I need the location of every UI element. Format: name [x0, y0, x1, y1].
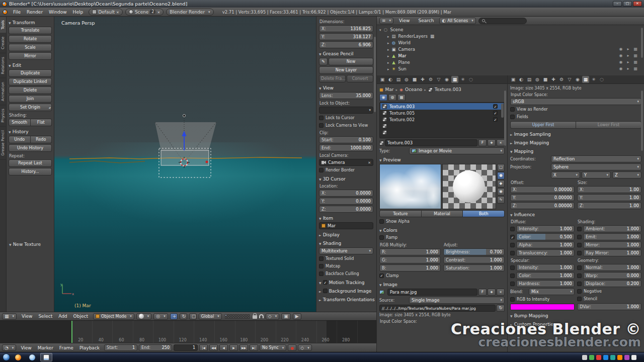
projection-dropdown[interactable]: Sphere [551, 163, 641, 170]
editor-type-selector[interactable]: ▦ [2, 313, 17, 320]
taskbar-firefox[interactable] [12, 353, 24, 361]
mode-dropdown[interactable]: Object Mode [93, 313, 134, 320]
use-texture-checkbox[interactable] [493, 111, 498, 115]
lock-camera-checkbox[interactable]: Lock Camera to View [319, 122, 373, 129]
expand-icon[interactable] [387, 47, 389, 52]
tab-tools[interactable]: Tools [0, 17, 6, 33]
scrollbar[interactable] [504, 90, 506, 146]
gp-new-layer-button[interactable]: New Layer [319, 66, 373, 74]
scene-tab-icon[interactable]: ◐ [387, 76, 394, 83]
texture-slot-empty[interactable] [380, 123, 504, 129]
material-texture-context-button[interactable]: ◉ [379, 94, 387, 101]
sync-dropdown[interactable]: No Sync [260, 344, 286, 351]
translate-button[interactable]: Translate [9, 27, 52, 34]
preview-panel-header[interactable]: Preview [379, 156, 505, 163]
motion-tracking-panel-header[interactable]: Motion Tracking [319, 279, 373, 286]
scene-tab-icon[interactable]: ◐ [518, 76, 525, 83]
taskbar-app[interactable] [26, 353, 38, 361]
opengl-render-button[interactable]: ▣ [281, 313, 291, 320]
show-alpha-checkbox[interactable]: Show Alpha [379, 218, 505, 225]
expand-icon[interactable] [387, 66, 389, 71]
tray-icon[interactable] [589, 355, 594, 360]
tray-icon[interactable] [617, 355, 622, 360]
world-texture-context-button[interactable]: ◍ [388, 94, 396, 101]
repeat-history-button[interactable]: History... [9, 168, 52, 175]
mapping-panel-header[interactable]: Mapping [510, 148, 641, 154]
influence-checkbox[interactable] [510, 243, 515, 247]
material-tab-icon[interactable]: ◉ [443, 76, 450, 83]
dimension-field[interactable]: Z: 6.906 [319, 41, 373, 48]
taskbar-active-app[interactable] [40, 353, 52, 361]
preview-flat-button[interactable]: ▢ [497, 164, 505, 171]
texture-tab-icon[interactable]: ▦ [582, 76, 589, 83]
cursor-coord-field[interactable]: X: 0.0000 [319, 190, 373, 197]
object-tab-icon[interactable]: ■ [411, 76, 418, 83]
upper-first-button[interactable]: Upper First [510, 121, 576, 129]
influence-slider[interactable]: Emit: 1.000 [583, 233, 641, 240]
expand-icon[interactable] [387, 40, 389, 45]
scale-button[interactable]: Scale [9, 44, 52, 51]
textured-solid-checkbox[interactable]: Textured Solid [319, 255, 373, 262]
eye-icon[interactable]: ◉ [619, 53, 622, 58]
preview-sphere-button[interactable]: ● [497, 172, 505, 179]
lock-icon[interactable] [253, 315, 257, 319]
smooth-button[interactable]: Smooth [9, 119, 31, 126]
offset-field[interactable]: Y: 0.00000 [510, 194, 575, 201]
preview-hair-button[interactable]: ∿ [497, 196, 505, 204]
texture-color-swatch[interactable] [510, 304, 575, 310]
negative-checkbox[interactable]: Negative [577, 288, 641, 295]
tab-relations[interactable]: Relations [0, 53, 6, 78]
texture-slot[interactable]: Texture.003 [380, 103, 504, 110]
data-tab-icon[interactable]: ▽ [566, 76, 573, 83]
adjust-slider[interactable]: Brightness: 0.700 [443, 248, 505, 255]
unlink-icon[interactable] [116, 10, 119, 15]
menu-item[interactable]: View [19, 314, 35, 319]
use-texture-checkbox[interactable] [493, 117, 498, 122]
unlink-texture-button[interactable] [497, 139, 505, 146]
eye-icon[interactable]: ◉ [619, 47, 622, 51]
physics-tab-icon[interactable]: ◌ [467, 76, 474, 83]
unlink-icon[interactable] [366, 160, 371, 165]
tab-animation[interactable]: Animation [0, 78, 6, 105]
expand-icon[interactable] [387, 60, 389, 65]
custom-properties-panel-header[interactable]: Custom Properties [510, 321, 641, 327]
manipulator-translate-button[interactable]: + [170, 313, 178, 320]
shading-panel-header[interactable]: Shading [319, 240, 373, 246]
influence-checkbox[interactable] [510, 251, 515, 255]
outliner-row-plane[interactable]: ▲ Plane ◉ ▸ ▦ [379, 59, 641, 65]
transform-orientations-panel-header[interactable]: Transform Orientations [319, 296, 373, 303]
current-frame-field[interactable]: 1 [174, 344, 198, 351]
cursor-coord-field[interactable]: Z: 0.0000 [319, 206, 373, 213]
rotate-button[interactable]: Rotate [9, 35, 52, 43]
bump-mapping-panel-header[interactable]: Bump Mapping [510, 312, 641, 319]
redo-button[interactable]: Redo [31, 136, 52, 143]
object-tab-icon[interactable]: ■ [542, 76, 549, 83]
preview-cube-button[interactable]: ◆ [497, 180, 505, 188]
preview-both-button[interactable]: Both [463, 210, 505, 217]
outliner-row-camera[interactable]: ▣ Camera ◉ ▸ ▦ [379, 46, 641, 52]
scrollbar[interactable] [641, 28, 643, 58]
rgb-slider[interactable]: B: 1.000 [379, 264, 441, 272]
influence-slider[interactable]: Color: 0.500 [516, 233, 575, 240]
menu-item[interactable]: Frame [56, 345, 76, 350]
blend-mode-dropdown[interactable]: Mix [529, 288, 575, 295]
draw-icon-button[interactable] [319, 58, 328, 65]
blender-menu-icon[interactable] [3, 10, 8, 15]
selectable-icon[interactable]: ▸ [627, 60, 629, 64]
gp-convert-button[interactable]: Convert [347, 75, 373, 82]
next-keyframe-button[interactable]: ▶▶ [239, 344, 248, 351]
repeat-last-button[interactable]: Repeat Last [9, 159, 52, 167]
grease-pencil-panel-header[interactable]: Grease Pencil [319, 50, 373, 57]
matcap-checkbox[interactable]: Matcap [319, 263, 373, 269]
world-tab-icon[interactable]: ◍ [534, 76, 541, 83]
adjust-slider[interactable]: Contrast: 1.000 [443, 256, 505, 263]
tab-physics[interactable]: Physics [0, 105, 6, 127]
tray-icon[interactable] [596, 355, 601, 360]
undo-history-button[interactable]: Undo History [9, 144, 52, 152]
scrollbar[interactable] [374, 37, 376, 112]
outliner-editor-selector[interactable]: ≡ [379, 18, 393, 24]
fields-checkbox[interactable]: Fields [510, 114, 641, 120]
frame-start-field[interactable]: Start: 1 [104, 344, 137, 351]
modifiers-tab-icon[interactable]: ⚙ [427, 76, 434, 83]
opengl-render-anim-button[interactable]: ▶ [293, 313, 301, 320]
